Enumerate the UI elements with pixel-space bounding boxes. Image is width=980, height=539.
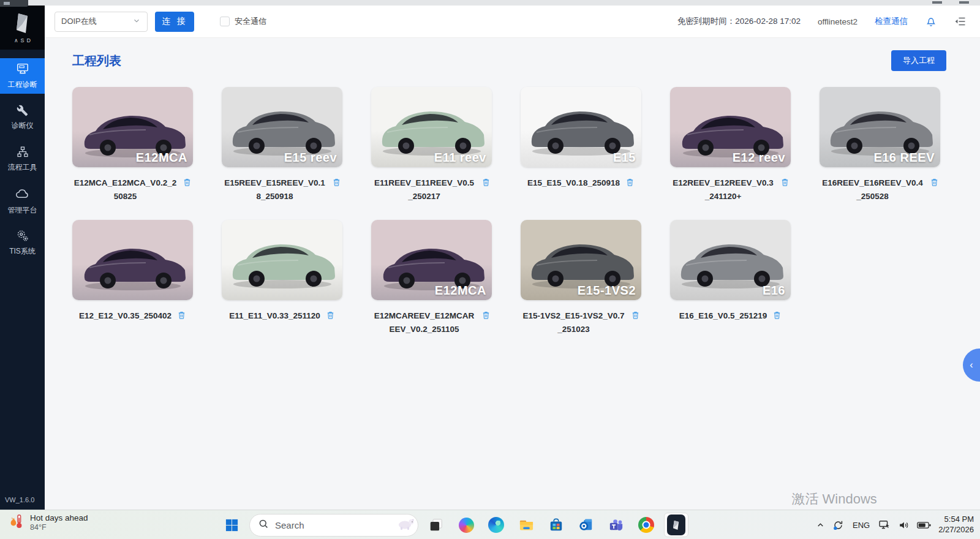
- project-name: E11REEV_E11REEV_V0.5_250217: [373, 176, 476, 203]
- top-toolbar: DOIP在线 连 接 安全通信 免密到期时间：2026-02-28 17:02 …: [45, 6, 980, 38]
- speaker-icon[interactable]: [898, 519, 910, 531]
- project-name: E12MCA_E12MCA_V0.2_250825: [74, 176, 177, 203]
- password-expiry-text: 免密到期时间：2026-02-28 17:02: [677, 16, 801, 27]
- sidebar-item-诊断仪[interactable]: 诊断仪: [0, 100, 45, 135]
- titlebar-minimize-mark[interactable]: [932, 1, 942, 4]
- sidebar-item-流程工具[interactable]: 流程工具: [0, 141, 45, 177]
- asd-app-taskbar-icon[interactable]: [664, 513, 688, 537]
- project-card[interactable]: E12MCAE12MCAREEV_E12MCAREEV_V0.2_251105: [371, 220, 492, 336]
- sidebar-item-label: 工程诊断: [8, 80, 37, 90]
- project-thumbnail[interactable]: E12MCA: [371, 220, 492, 300]
- delete-project-icon[interactable]: [625, 177, 635, 190]
- vehicle-model-badge: E11 reev: [434, 151, 486, 165]
- project-thumbnail[interactable]: E12 reev: [670, 87, 791, 167]
- project-name: E12REEV_E12REEV_V0.3_241120+: [672, 176, 775, 203]
- project-thumbnail[interactable]: E16 REEV: [820, 87, 940, 167]
- taskbar-chevron-up-icon[interactable]: [816, 521, 825, 530]
- project-card[interactable]: E11_E11_V0.33_251120: [222, 220, 342, 336]
- clock-date: 2/27/2026: [938, 525, 974, 535]
- clock-time: 5:54 PM: [938, 514, 974, 525]
- username-text[interactable]: offlinetest2: [818, 17, 858, 26]
- project-card[interactable]: E16 REEVE16REEV_E16REEV_V0.4_250528: [820, 87, 940, 203]
- taskbar-search-input[interactable]: Search: [249, 514, 418, 537]
- project-thumbnail[interactable]: E15 reev: [222, 87, 342, 167]
- project-thumbnail[interactable]: E11 reev: [371, 87, 492, 167]
- wrench-icon: [17, 105, 28, 118]
- delete-project-icon[interactable]: [780, 177, 790, 190]
- collapse-menu-icon[interactable]: [954, 15, 967, 28]
- secure-comm-checkbox[interactable]: [220, 17, 230, 26]
- import-project-button[interactable]: 导入工程: [891, 50, 946, 71]
- vehicle-model-badge: E16 REEV: [873, 151, 935, 165]
- gears-icon: [16, 229, 29, 244]
- display-cast-icon[interactable]: [878, 519, 891, 531]
- delete-project-icon[interactable]: [326, 310, 335, 323]
- sidebar-item-工程诊断[interactable]: 工程诊断: [0, 58, 45, 94]
- notification-bell-icon[interactable]: [925, 15, 937, 28]
- secure-comm-label: 安全通信: [235, 16, 266, 27]
- main-area: DOIP在线 连 接 安全通信 免密到期时间：2026-02-28 17:02 …: [45, 6, 980, 510]
- connection-mode-value: DOIP在线: [61, 16, 97, 27]
- project-name: E16_E16_V0.5_251219: [679, 309, 767, 323]
- language-indicator[interactable]: ENG: [851, 521, 871, 530]
- project-thumbnail[interactable]: E12MCA: [72, 87, 193, 167]
- chrome-taskbar-icon[interactable]: [634, 513, 658, 537]
- delete-project-icon[interactable]: [332, 177, 341, 190]
- copilot-taskbar-icon[interactable]: [454, 513, 478, 537]
- connect-button[interactable]: 连 接: [155, 12, 194, 32]
- project-card[interactable]: E16E16_E16_V0.5_251219: [670, 220, 791, 336]
- project-thumbnail[interactable]: E16: [670, 220, 791, 300]
- project-card[interactable]: E12MCAE12MCA_E12MCA_V0.2_250825: [72, 87, 193, 203]
- project-card[interactable]: E12_E12_V0.35_250402: [72, 220, 193, 336]
- update-sync-icon[interactable]: [832, 519, 844, 531]
- weather-widget[interactable]: Hot days ahead 84°F: [7, 513, 88, 532]
- vehicle-model-badge: E16: [763, 284, 785, 298]
- project-card[interactable]: E12 reevE12REEV_E12REEV_V0.3_241120+: [670, 87, 791, 203]
- page-title: 工程列表: [72, 53, 121, 69]
- delete-project-icon[interactable]: [177, 310, 186, 323]
- project-thumbnail[interactable]: E15-1VS2: [521, 220, 641, 300]
- outlook-taskbar-icon[interactable]: [574, 513, 598, 537]
- project-name: E11_E11_V0.33_251120: [229, 309, 320, 323]
- check-comm-link[interactable]: 检查通信: [875, 16, 908, 27]
- delete-project-icon[interactable]: [772, 310, 782, 323]
- weather-icon: [7, 513, 24, 532]
- clock-widget[interactable]: 5:54 PM 2/27/2026: [938, 514, 974, 535]
- edge-taskbar-icon[interactable]: [484, 513, 508, 537]
- project-card[interactable]: E15-1VS2E15-1VS2_E15-1VS2_V0.7_251023: [521, 220, 641, 336]
- start-button[interactable]: [219, 513, 244, 537]
- sidebar-items: 工程诊断诊断仪流程工具管理平台TIS系统: [0, 58, 45, 266]
- project-card[interactable]: E15 reevE15REEV_E15REEV_V0.18_250918: [222, 87, 342, 203]
- vehicle-model-badge: E12MCA: [435, 284, 486, 298]
- app-version: VW_1.6.0: [0, 492, 45, 510]
- search-bear-decoration-icon: [396, 517, 415, 533]
- delete-project-icon[interactable]: [631, 310, 640, 323]
- teams-taskbar-icon[interactable]: [604, 513, 628, 537]
- project-name: E15REEV_E15REEV_V0.18_250918: [224, 176, 326, 203]
- taskbar: Hot days ahead 84°F Search ENG: [0, 510, 980, 539]
- project-card[interactable]: E15E15_E15_V0.18_250918: [521, 87, 641, 203]
- delete-project-icon[interactable]: [481, 177, 491, 190]
- file-explorer-taskbar-icon[interactable]: [514, 513, 538, 537]
- project-name: E15_E15_V0.18_250918: [527, 176, 620, 190]
- connection-mode-select[interactable]: DOIP在线: [55, 12, 148, 32]
- vehicle-model-badge: E15 reev: [284, 151, 337, 165]
- project-thumbnail[interactable]: [222, 220, 342, 300]
- project-thumbnail[interactable]: [72, 220, 193, 300]
- titlebar-maximize-mark[interactable]: [959, 1, 969, 4]
- content-area: 工程列表 导入工程 E12MCAE12MCA_E12MCA_V0.2_25082…: [45, 38, 980, 510]
- sidebar-item-label: TIS系统: [9, 246, 36, 257]
- delete-project-icon[interactable]: [183, 177, 192, 190]
- project-card[interactable]: E11 reevE11REEV_E11REEV_V0.5_250217: [371, 87, 492, 203]
- task-view-taskbar-icon[interactable]: [424, 513, 448, 537]
- delete-project-icon[interactable]: [930, 177, 939, 190]
- weather-headline: Hot days ahead: [30, 513, 88, 522]
- vehicle-model-badge: E12MCA: [136, 151, 187, 165]
- sidebar-item-TIS系统[interactable]: TIS系统: [0, 225, 45, 260]
- delete-project-icon[interactable]: [481, 310, 491, 323]
- project-thumbnail[interactable]: E15: [521, 87, 641, 167]
- app-logo: ∧SD: [0, 6, 45, 50]
- store-taskbar-icon[interactable]: [544, 513, 568, 537]
- battery-icon[interactable]: [917, 521, 931, 529]
- sidebar-item-管理平台[interactable]: 管理平台: [0, 183, 45, 219]
